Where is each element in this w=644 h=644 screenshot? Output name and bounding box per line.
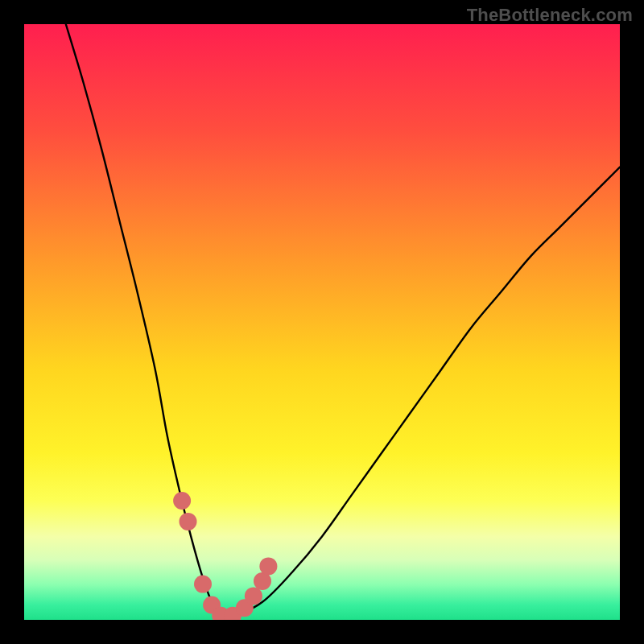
highlight-point [245,587,262,605]
highlight-point [173,492,191,510]
highlight-point [259,557,277,575]
highlight-point [180,513,197,530]
highlight-point [194,576,212,593]
highlight-markers [173,492,277,620]
curve-layer [24,24,620,620]
plot-area [24,24,620,620]
chart-frame: TheBottleneck.com [0,0,644,644]
watermark-text: TheBottleneck.com [467,5,633,26]
bottleneck-curve [66,24,620,619]
